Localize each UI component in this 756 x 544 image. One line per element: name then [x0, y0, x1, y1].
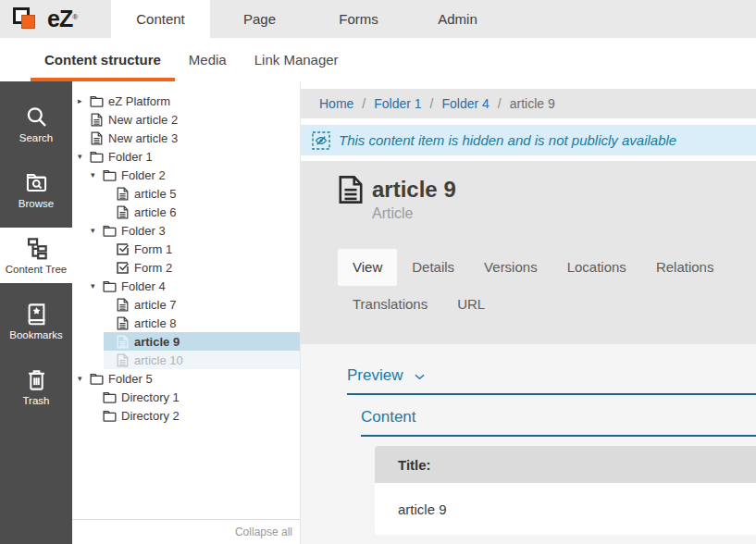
content-tab-url[interactable]: URL: [442, 286, 500, 323]
subnav-item-content-structure[interactable]: Content structure: [31, 38, 175, 81]
sidebar-item-browse[interactable]: Browse: [0, 162, 72, 217]
preview-header[interactable]: Preview: [347, 366, 756, 395]
main-layout: SearchBrowseContent TreeBookmarksTrash ▸…: [0, 81, 756, 544]
tree-item-folder-5[interactable]: ▾Folder 5: [78, 369, 300, 388]
content-section-header: Content: [361, 408, 756, 437]
content-tab-relations[interactable]: Relations: [641, 249, 729, 286]
article-icon: [116, 187, 130, 201]
ez-logo-icon: [13, 6, 43, 33]
sidebar-item-label: Trash: [23, 395, 50, 406]
tree-item-label: article 8: [134, 316, 177, 330]
tree-item-directory-1[interactable]: Directory 1: [91, 388, 300, 406]
breadcrumb-folder-4[interactable]: Folder 4: [442, 96, 490, 111]
bookmarks-icon: [24, 302, 49, 327]
tab-content[interactable]: Content: [111, 0, 210, 38]
sidebar-item-label: Content Tree: [6, 264, 67, 275]
tree-item-folder-2[interactable]: ▾Folder 2: [91, 166, 300, 184]
logo-text: eZ: [47, 6, 72, 32]
breadcrumb-home[interactable]: Home: [319, 96, 353, 111]
folder-icon: [103, 390, 117, 404]
ez-logo[interactable]: eZ ®: [0, 0, 111, 38]
tree-item-label: Directory 1: [121, 390, 180, 404]
breadcrumb-folder-1[interactable]: Folder 1: [374, 96, 421, 111]
content-tab-view[interactable]: View: [338, 249, 397, 286]
tree-item-new-article-3[interactable]: New article 3: [78, 129, 300, 147]
article-icon: [116, 353, 130, 367]
folder-icon: [90, 150, 104, 164]
article-icon: [116, 335, 130, 349]
tree-item-article-7[interactable]: article 7: [104, 295, 300, 314]
expander-expanded-icon[interactable]: ▾: [91, 226, 103, 235]
content-tabs: ViewDetailsVersionsLocationsRelationsTra…: [338, 249, 756, 323]
collapse-all-button[interactable]: Collapse all: [235, 525, 292, 538]
content-tree: ▸eZ PlatformNew article 2New article 3▾F…: [72, 81, 300, 519]
content-tab-versions[interactable]: Versions: [469, 249, 552, 286]
sidebar-item-label: Search: [19, 132, 53, 143]
content-section-label: Content: [361, 408, 416, 426]
view-tab-body: Preview Content Title:article 9: [301, 344, 756, 544]
tree-item-folder-4[interactable]: ▾Folder 4: [91, 277, 300, 295]
tree-item-folder-1[interactable]: ▾Folder 1: [78, 147, 300, 166]
tree-item-article-10[interactable]: article 10: [104, 351, 300, 369]
tree-item-label: New article 2: [108, 113, 178, 127]
tree-item-ez-platform[interactable]: ▸eZ Platform: [78, 92, 300, 110]
sidebar-item-bookmarks[interactable]: Bookmarks: [0, 293, 72, 349]
browse-icon: [24, 170, 49, 195]
content-tree-icon: [24, 236, 49, 261]
field-table: Title:article 9: [375, 446, 756, 535]
tree-item-article-5[interactable]: article 5: [104, 184, 300, 203]
tree-item-article-9[interactable]: article 9: [104, 332, 300, 351]
folder-icon: [90, 372, 104, 386]
page-title: article 9: [372, 177, 456, 203]
tree-item-article-6[interactable]: article 6: [104, 203, 300, 221]
tree-item-label: Folder 4: [121, 279, 166, 293]
breadcrumb: Home/Folder 1/Folder 4/article 9: [301, 89, 756, 118]
top-bar: eZ ® ContentPageFormsAdmin: [0, 0, 756, 38]
tree-item-directory-2[interactable]: Directory 2: [91, 406, 300, 425]
tree-item-label: article 9: [134, 335, 180, 349]
tree-item-label: Form 1: [134, 242, 172, 256]
form-icon: [116, 242, 130, 256]
sidebar-item-search[interactable]: Search: [0, 96, 72, 152]
ez-platform-admin: eZ ® ContentPageFormsAdmin Content struc…: [0, 0, 756, 544]
sidebar-item-content-tree[interactable]: Content Tree: [0, 228, 72, 283]
tree-item-article-8[interactable]: article 8: [104, 314, 300, 332]
article-icon: [90, 131, 104, 145]
tree-item-label: Folder 1: [108, 150, 153, 164]
content-tab-translations[interactable]: Translations: [338, 286, 442, 323]
tree-item-folder-3[interactable]: ▾Folder 3: [91, 221, 300, 240]
field-label: Title:: [375, 446, 756, 483]
folder-icon: [103, 224, 117, 238]
content-area: Home/Folder 1/Folder 4/article 9 This co…: [301, 81, 756, 544]
sidebar-item-label: Bookmarks: [9, 329, 63, 340]
tree-item-form-2[interactable]: Form 2: [104, 258, 300, 277]
sub-nav: Content structureMediaLink Manager: [0, 38, 756, 81]
tree-item-form-1[interactable]: Form 1: [104, 240, 300, 258]
content-tab-locations[interactable]: Locations: [552, 249, 641, 286]
tree-item-label: New article 3: [108, 131, 178, 145]
sidebar-item-trash[interactable]: Trash: [0, 359, 72, 414]
tab-page[interactable]: Page: [210, 0, 309, 38]
tree-item-label: Folder 2: [121, 168, 166, 182]
sidebar-item-label: Browse: [19, 198, 54, 209]
expander-collapsed-icon[interactable]: ▸: [78, 96, 90, 105]
expander-expanded-icon[interactable]: ▾: [78, 374, 90, 383]
content-type-label: Article: [372, 205, 756, 222]
left-sidebar: SearchBrowseContent TreeBookmarksTrash: [0, 81, 72, 544]
tab-admin[interactable]: Admin: [408, 0, 507, 38]
title-row: article 9: [338, 175, 756, 204]
subnav-item-link-manager[interactable]: Link Manager: [241, 38, 353, 81]
content-tab-details[interactable]: Details: [397, 249, 469, 286]
breadcrumb-separator: /: [498, 96, 502, 111]
tab-forms[interactable]: Forms: [309, 0, 408, 38]
tree-item-new-article-2[interactable]: New article 2: [78, 110, 300, 129]
folder-icon: [90, 94, 104, 108]
expander-expanded-icon[interactable]: ▾: [91, 170, 103, 179]
subnav-item-media[interactable]: Media: [175, 38, 241, 81]
tree-item-label: Directory 2: [121, 409, 180, 423]
expander-expanded-icon[interactable]: ▾: [91, 281, 103, 291]
logo-orange-square: [21, 15, 35, 29]
form-icon: [116, 261, 130, 275]
expander-expanded-icon[interactable]: ▾: [78, 152, 90, 161]
tree-item-label: article 6: [134, 205, 177, 219]
